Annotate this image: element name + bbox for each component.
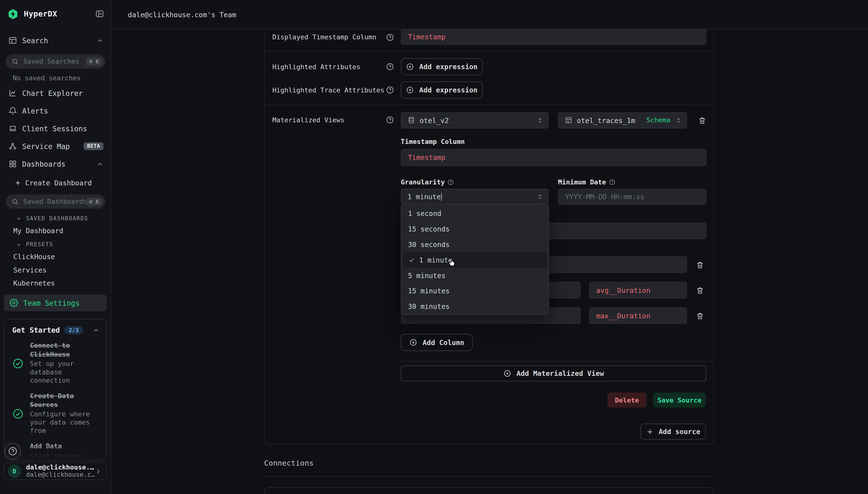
column-alias-input[interactable]: max__Duration [589,307,687,324]
granularity-select[interactable]: 1 minute [401,189,548,205]
sidebar-item-label: Service Map [22,142,78,150]
save-source-button[interactable]: Save Source [653,393,706,407]
circle-plus-icon [503,369,512,378]
dropdown-option[interactable]: 5 minutes [401,267,548,283]
no-saved-searches-text: No saved searches [13,74,111,82]
chevron-right-icon [95,468,102,475]
top-bar: dale@clickhouse.com's Team [111,0,868,30]
dropdown-option[interactable]: 30 minutes [401,299,548,314]
sidebar-item-service-map[interactable]: Service Map BETA [0,139,111,153]
progress-badge: 2/3 [64,326,83,334]
row-divider [265,104,714,105]
get-started-header[interactable]: Get Started 2/3 [4,320,106,335]
sidebar-item-services[interactable]: Services [13,266,111,274]
column-alias-input[interactable]: avg__Duration [589,282,687,298]
dropdown-option[interactable]: 30 seconds [401,236,548,252]
section-divider [401,361,713,362]
app-name: HyperDX [24,10,95,18]
user-account-card[interactable]: D dale@clickhouse.… dale@clickhouse.c… [4,462,107,480]
sidebar-item-label: Client Sessions [22,124,103,132]
page-title: dale@clickhouse.com's Team [128,10,236,18]
bell-icon [8,106,17,115]
help-circle-icon[interactable] [386,63,394,71]
get-started-step-sources[interactable]: Create Data Sources Configure where your… [12,392,101,435]
plus-icon: + [16,178,20,187]
user-name: dale@clickhouse.… [26,464,95,471]
presets-group[interactable]: PRESETS [16,242,111,247]
chevron-up-icon [96,37,103,44]
sidebar-item-search[interactable]: Search [0,34,111,47]
delete-view-icon[interactable] [694,112,710,128]
help-circle-icon[interactable] [386,86,394,94]
sidebar-item-alerts[interactable]: Alerts [0,104,111,117]
sidebar-item-team-settings[interactable]: Team Settings [4,294,107,311]
delete-column-icon[interactable] [691,256,708,273]
add-source-button[interactable]: Add source [640,424,706,440]
table-select[interactable]: otel_traces_1m Schema [558,112,687,128]
create-dashboard-button[interactable]: + Create Dashboard [0,178,111,187]
dropdown-option-selected[interactable]: 1 minute [403,252,547,267]
get-started-step-connect[interactable]: Connect to ClickHouse Set up your databa… [12,342,101,385]
shortcut-badge: ⌘ K [86,57,103,65]
step-title: Connect to ClickHouse [30,342,101,359]
dropdown-option[interactable]: 1 second [401,206,548,221]
help-button[interactable] [4,443,21,459]
logo-row: HyperDX [0,0,111,22]
delete-source-button[interactable]: Delete [607,393,647,407]
get-started-step-add-data[interactable]: 3 Add Data Start sending logs, metrics, … [12,442,101,460]
minimum-date-input[interactable]: YYYY-MM-DD HH:mm:ss [558,189,707,205]
shortcut-badge: ⌘ K [86,197,103,206]
sidebar-item-my-dashboard[interactable]: My Dashboard [13,226,111,235]
dropdown-option[interactable]: 15 seconds [401,221,548,236]
search-section-icon [8,36,17,45]
displayed-timestamp-input[interactable]: Timestamp [401,30,707,45]
check-circle-icon [12,392,30,435]
sidebar-item-client-sessions[interactable]: Client Sessions [0,122,111,135]
info-circle-icon[interactable] [609,179,615,185]
granularity-label: Granularity [401,178,548,186]
chart-explorer-icon [8,89,17,97]
add-column-button[interactable]: Add Column [401,334,473,351]
sidebar-item-label: Chart Explorer [22,89,103,97]
check-icon [408,256,415,263]
sidebar-item-kubernetes[interactable]: Kubernetes [13,279,111,287]
search-icon [12,198,19,205]
service-map-icon [8,142,17,151]
database-select[interactable]: otel_v2 [401,112,548,128]
add-expression-button[interactable]: Add expression [401,58,483,75]
select-caret-icon [536,116,544,124]
help-circle-icon[interactable] [386,33,394,41]
saved-searches-input[interactable]: Saved Searches ⌘ K [5,54,105,69]
sidebar-item-chart-explorer[interactable]: Chart Explorer [0,87,111,100]
schema-tag[interactable]: Schema [646,116,675,124]
sidebar-item-dashboards[interactable]: Dashboards [0,157,111,171]
get-started-panel: Get Started 2/3 Connect to ClickHouse Se… [4,319,107,460]
sidebar: HyperDX Search Saved Searches ⌘ K No sav… [0,0,111,494]
timestamp-column-input[interactable]: Timestamp [401,149,707,166]
chevron-down-icon [16,242,22,247]
user-email: dale@clickhouse.c… [26,471,95,478]
info-circle-icon[interactable] [448,179,454,185]
add-materialized-view-button[interactable]: Add Materialized View [401,365,707,381]
saved-dashboards-input[interactable]: Saved Dashboards ⌘ K [5,194,105,209]
saved-dashboards-group[interactable]: SAVED DASHBOARDS [16,215,111,222]
step-description: Set up your database connection [30,360,101,385]
get-started-title: Get Started [12,326,60,334]
delete-column-icon[interactable] [691,307,708,324]
field-label: Highlighted Attributes [272,63,361,71]
laptop-icon [8,124,17,133]
collapse-sidebar-icon[interactable] [95,10,104,18]
plus-icon [646,428,654,436]
step-title: Create Data Sources [30,392,101,409]
main-content: Displayed Timestamp Column Timestamp Hig… [111,30,868,494]
delete-column-icon[interactable] [691,282,708,298]
add-expression-button[interactable]: Add expression [401,81,483,98]
beta-badge: BETA [84,142,103,150]
dropdown-option[interactable]: 15 minutes [401,283,548,299]
check-circle-icon [12,342,30,385]
sidebar-item-clickhouse[interactable]: ClickHouse [13,252,111,261]
select-caret-icon [675,116,682,124]
avatar: D [8,464,21,478]
field-label: Displayed Timestamp Column [272,33,377,41]
help-circle-icon[interactable] [386,116,394,124]
